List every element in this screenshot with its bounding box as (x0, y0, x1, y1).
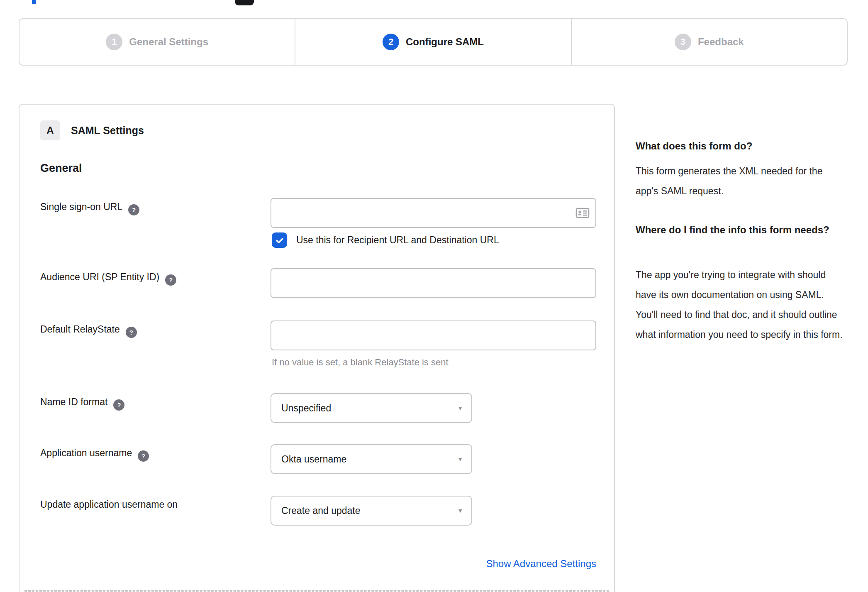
checkmark-icon (275, 235, 285, 245)
relaystate-hint: If no value is set, a blank RelayState i… (272, 357, 449, 368)
default-relaystate-label: Default RelayState? (40, 324, 137, 338)
step-2-label: Configure SAML (406, 36, 484, 48)
help-icon[interactable]: ? (113, 399, 124, 411)
name-id-format-label: Name ID format? (40, 396, 124, 411)
update-app-username-label: Update application username on (40, 499, 178, 510)
help-answer-1: This form generates the XML needed for t… (636, 161, 843, 201)
help-icon[interactable]: ? (128, 204, 139, 215)
chevron-down-icon: ▼ (457, 405, 463, 411)
help-answer-2: The app you're trying to integrate with … (636, 265, 847, 345)
show-advanced-settings-link[interactable]: Show Advanced Settings (271, 558, 596, 570)
step-1-number-badge: 1 (106, 34, 122, 50)
general-group-title: General (40, 162, 82, 175)
recipient-url-checkbox-label: Use this for Recipient URL and Destinati… (296, 235, 499, 246)
help-question-1: What does this form do? (636, 137, 843, 155)
panel-dashed-divider (24, 590, 609, 592)
application-username-select[interactable]: Okta username ▼ (271, 444, 472, 474)
update-app-username-select[interactable]: Create and update ▼ (271, 496, 472, 526)
audience-uri-label: Audience URI (SP Entity ID)? (40, 272, 176, 286)
step-configure-saml[interactable]: 2 Configure SAML (295, 19, 571, 65)
name-id-format-value: Unspecified (271, 403, 331, 414)
section-title: SAML Settings (71, 125, 144, 137)
chevron-down-icon: ▼ (457, 456, 463, 462)
wizard-stepper: 1 General Settings 2 Configure SAML 3 Fe… (19, 18, 848, 66)
single-sign-on-url-field-wrap (271, 198, 596, 228)
chevron-down-icon: ▼ (457, 507, 463, 514)
step-3-label: Feedback (698, 36, 744, 48)
help-icon[interactable]: ? (138, 450, 149, 462)
application-username-label: Application username? (40, 448, 149, 462)
name-id-format-select[interactable]: Unspecified ▼ (271, 393, 472, 423)
saml-settings-panel: A SAML Settings General Single sign-on U… (19, 104, 615, 592)
section-a-badge: A (40, 120, 60, 140)
recipient-url-checkbox[interactable] (272, 232, 287, 248)
single-sign-on-url-label: Single sign-on URL? (40, 201, 139, 215)
step-1-label: General Settings (129, 36, 208, 48)
step-general-settings[interactable]: 1 General Settings (20, 19, 295, 65)
application-username-value: Okta username (271, 454, 346, 465)
step-3-number-badge: 3 (675, 34, 691, 50)
update-app-username-value: Create and update (271, 505, 361, 516)
single-sign-on-url-input[interactable] (271, 198, 596, 228)
default-relaystate-input[interactable] (271, 320, 596, 350)
help-icon[interactable]: ? (126, 327, 137, 338)
audience-uri-input[interactable] (271, 268, 596, 298)
clipped-header-logo (235, 0, 254, 5)
configure-saml-page: 1 General Settings 2 Configure SAML 3 Fe… (0, 0, 868, 592)
step-feedback[interactable]: 3 Feedback (572, 19, 847, 65)
clipped-header-accent (32, 0, 36, 4)
recipient-url-checkbox-row: Use this for Recipient URL and Destinati… (272, 232, 499, 248)
help-icon[interactable]: ? (165, 274, 176, 286)
help-question-2: Where do I find the info this form needs… (636, 221, 831, 239)
step-2-number-badge: 2 (383, 34, 399, 50)
